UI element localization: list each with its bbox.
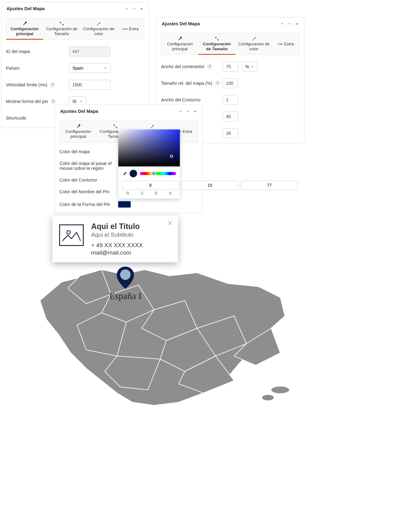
tab-principal[interactable]: Configuración principal — [60, 121, 97, 142]
ancho-cont-label: Ancho del contenedor ? — [161, 64, 223, 69]
help-icon[interactable]: ? — [207, 64, 213, 69]
color-picker: R G B ⇅ — [118, 129, 180, 198]
map-tooltip: Aqui el Titulo Aqui el Subtitulo + 49 XX… — [52, 216, 178, 262]
chevron-down-icon — [251, 65, 254, 68]
paises-label: Países — [6, 66, 69, 71]
mode-toggle-icon[interactable]: ⇅ — [164, 191, 176, 195]
map-preview: España I — [25, 257, 296, 411]
map-pin[interactable]: España I — [109, 267, 141, 301]
resize-icon — [215, 36, 219, 41]
tooltip-mail: mail@mail.com — [91, 249, 143, 256]
id-mapa-input — [69, 47, 111, 56]
tab-extra[interactable]: Extra — [117, 18, 144, 39]
svg-point-5 — [67, 231, 70, 234]
g-label: G — [136, 191, 148, 195]
color-chip[interactable] — [118, 201, 131, 208]
chevron-up-icon[interactable] — [178, 109, 183, 113]
unit-select[interactable]: % — [242, 62, 257, 72]
chevron-down-icon — [79, 100, 83, 103]
tab-color[interactable]: Configuración de color — [80, 18, 117, 39]
gradient-cursor[interactable] — [170, 155, 173, 158]
hue-thumb[interactable] — [152, 171, 156, 176]
panel-header: Ajustes Del Mapa — [157, 17, 304, 30]
brush-icon — [252, 36, 256, 41]
tooltip-subtitle: Aqui el Subtitulo — [91, 231, 143, 238]
close-icon[interactable] — [167, 220, 173, 226]
svg-point-8 — [120, 269, 131, 280]
collapse-icon[interactable] — [140, 6, 144, 11]
color-pin-nombre-label: Color del Nombre del Pin — [59, 189, 118, 194]
brush-icon — [150, 124, 155, 129]
chevron-up-icon[interactable] — [125, 6, 129, 11]
tab-principal[interactable]: Configuración principal — [161, 33, 198, 55]
tam-pin-input[interactable] — [223, 112, 238, 121]
contorno-input[interactable] — [223, 95, 238, 105]
wrench-icon — [22, 21, 27, 26]
panel-color: Ajustes Del Mapa Configuración principal… — [55, 104, 203, 213]
current-color-swatch — [129, 170, 137, 178]
tabs: Configuración principal Configuración de… — [6, 18, 144, 40]
tab-extra[interactable]: Extra — [272, 33, 299, 55]
dots-icon — [278, 42, 283, 47]
mostrar-pin-label: Mostrar forma del pin ? — [6, 99, 69, 104]
velocidad-label: Velocidad límite (ms) ? — [6, 82, 69, 88]
chevron-down-icon — [103, 66, 107, 70]
rel-input[interactable] — [223, 78, 238, 88]
color-hover-label: Color del mapa al pasar el mouse sobre l… — [59, 161, 118, 171]
saturation-gradient[interactable] — [118, 129, 180, 166]
pin-icon — [117, 267, 134, 289]
tooltip-title: Aqui el Titulo — [91, 222, 143, 231]
svg-point-7 — [262, 395, 274, 401]
panel-title: Ajustes Del Mapa — [60, 108, 98, 114]
chevron-up-icon[interactable] — [280, 22, 284, 26]
svg-marker-1 — [295, 23, 298, 24]
svg-point-6 — [271, 386, 289, 394]
dots-icon — [123, 27, 128, 31]
eyedropper-icon[interactable] — [122, 171, 127, 176]
rel-label: Tamaño rel. del mapa (%) ? — [161, 80, 223, 86]
help-icon[interactable]: ? — [51, 99, 56, 104]
tab-tamano[interactable]: Configuración de Tamaño — [198, 33, 235, 55]
resize-icon — [59, 21, 64, 26]
wrench-icon — [178, 36, 182, 41]
paises-select[interactable]: Spain — [69, 63, 111, 73]
chevron-down-icon[interactable] — [186, 109, 190, 113]
id-mapa-label: ID del mapa — [6, 49, 69, 54]
r-input[interactable] — [122, 181, 179, 190]
tab-color[interactable]: Configuración de color — [235, 33, 272, 55]
ancho-cont-input[interactable] — [223, 62, 238, 72]
image-placeholder-icon — [59, 224, 84, 246]
velocidad-input[interactable] — [69, 80, 111, 90]
svg-marker-0 — [140, 8, 143, 9]
tooltip-phone: + 49 XX XXX XXXX — [91, 242, 143, 249]
help-icon[interactable]: ? — [215, 80, 220, 86]
color-pin-forma-label: Color de la Forma del Pin — [59, 202, 118, 207]
panel-title: Ajustes Del Mapa — [6, 6, 45, 11]
tabs: Configuración principal Configuración de… — [161, 33, 300, 55]
r-label: R — [122, 191, 134, 195]
help-icon[interactable]: ? — [50, 82, 55, 88]
chevron-down-icon[interactable] — [132, 6, 136, 11]
b-label: B — [150, 191, 162, 195]
hue-slider[interactable] — [140, 172, 176, 175]
b-input[interactable] — [241, 181, 298, 190]
pin-label: España I — [109, 291, 141, 301]
contorno-label: Ancho del Contorno — [161, 97, 223, 102]
brush-icon — [96, 21, 101, 26]
wrench-icon — [76, 124, 81, 129]
spain-map[interactable] — [25, 257, 296, 411]
g-input[interactable] — [181, 181, 238, 190]
svg-marker-2 — [194, 110, 196, 112]
color-contorno-label: Color del Contorno — [59, 178, 118, 182]
collapse-icon[interactable] — [295, 22, 299, 26]
chevron-down-icon[interactable] — [287, 22, 292, 26]
panel-header: Ajustes Del Mapa — [2, 2, 149, 15]
collapse-icon[interactable] — [193, 109, 197, 113]
extra-num-input[interactable] — [223, 128, 238, 138]
tab-principal[interactable]: Configuración principal — [6, 18, 43, 39]
panel-title: Ajustes Del Mapa — [162, 21, 200, 26]
resize-icon — [113, 124, 118, 129]
panel-header: Ajustes Del Mapa — [55, 105, 202, 117]
color-mapa-label: Color del mapa — [59, 149, 118, 154]
tab-tamano[interactable]: Configuración de Tamaño — [43, 18, 80, 39]
